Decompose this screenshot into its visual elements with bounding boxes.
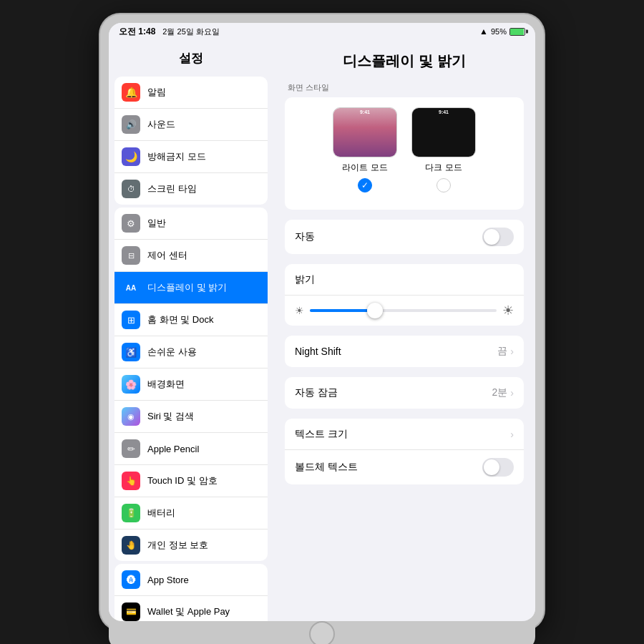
auto-toggle[interactable] (482, 228, 514, 246)
pencil-icon: ✏ (122, 439, 140, 458)
sidebar-item-wallet[interactable]: 💳 Wallet 및 Apple Pay (114, 596, 268, 621)
dark-mode-label: 다크 모드 (425, 162, 462, 174)
bold-text-row: 볼드체 텍스트 (285, 450, 524, 484)
sidebar-item-appstore[interactable]: 🅐 App Store (114, 564, 268, 596)
text-size-row[interactable]: 텍스트 크기 › (285, 419, 524, 450)
brightness-group: 밝기 ☀ ☀ (285, 264, 524, 326)
sidebar-item-accessibility[interactable]: ♿ 손쉬운 사용 (114, 336, 268, 369)
sidebar-item-label: 배경화면 (147, 378, 185, 391)
light-mode-preview: 9:41 (333, 107, 397, 157)
wallpaper-icon: 🌸 (122, 375, 140, 394)
siri-icon: ◉ (122, 407, 140, 426)
sidebar-item-screentime[interactable]: ⏱ 스크린 타임 (114, 173, 268, 205)
light-mode-check[interactable]: ✓ (358, 178, 372, 192)
main-title: 디스플레이 및 밝기 (285, 52, 524, 71)
dark-mode-preview: 9:41 (411, 107, 476, 157)
ipad-frame: 오전 1:48 2월 25일 화요일 ▲ 95% 설정 🔔 알림 (100, 14, 544, 630)
brightness-track[interactable] (310, 309, 497, 312)
battery-percent: 95% (491, 27, 507, 36)
dark-mode-check[interactable] (436, 178, 451, 192)
screen-style-group: 9:41 라이트 모드 ✓ 9:41 (285, 97, 524, 210)
general-icon: ⚙ (122, 214, 140, 233)
dark-mode-option[interactable]: 9:41 다크 모드 (411, 107, 476, 192)
brightness-label-row: 밝기 (285, 264, 524, 296)
sidebar-item-label: 일반 (147, 217, 166, 230)
battery-fill (510, 29, 524, 35)
night-shift-label: Night Shift (295, 346, 341, 357)
brightness-label: 밝기 (295, 273, 315, 286)
sidebar-item-home[interactable]: ⊞ 홈 화면 및 Dock (114, 304, 268, 336)
sidebar-item-label: 사운드 (147, 118, 175, 131)
sidebar-item-label: 방해금지 모드 (147, 150, 206, 163)
brightness-high-icon: ☀ (502, 303, 514, 318)
brightness-slider-row: ☀ ☀ (285, 296, 524, 326)
preview-time-dark: 9:41 (439, 109, 449, 114)
sidebar-item-label: Touch ID 및 암호 (147, 474, 218, 487)
night-shift-row[interactable]: Night Shift 끔 › (285, 336, 524, 367)
main-content: 디스플레이 및 밝기 화면 스타일 9:41 (273, 40, 535, 621)
auto-lock-row[interactable]: 자동 잠금 2분 › (285, 377, 524, 409)
light-mode-option[interactable]: 9:41 라이트 모드 ✓ (333, 107, 397, 192)
appstore-icon: 🅐 (122, 570, 140, 589)
sidebar-item-notifications[interactable]: 🔔 알림 (114, 77, 268, 109)
sidebar-item-siri[interactable]: ◉ Siri 및 검색 (114, 401, 268, 433)
sidebar-item-label: Apple Pencil (147, 444, 199, 454)
home-icon: ⊞ (122, 311, 140, 329)
accessibility-icon: ♿ (122, 343, 140, 361)
sidebar-item-label: Siri 및 검색 (147, 410, 194, 423)
sidebar-group-3: 🅐 App Store 💳 Wallet 및 Apple Pay (114, 564, 268, 621)
sidebar-item-dnd[interactable]: 🌙 방해금지 모드 (114, 141, 268, 173)
sidebar-item-sounds[interactable]: 🔊 사운드 (114, 109, 268, 141)
display-icon: AA (122, 278, 140, 297)
touchid-icon: 👆 (122, 472, 140, 490)
status-right: ▲ 95% (479, 26, 525, 36)
privacy-icon: 🤚 (122, 536, 140, 555)
dnd-icon: 🌙 (122, 147, 140, 166)
auto-lock-value: 2분 › (492, 386, 514, 399)
status-bar: 오전 1:48 2월 25일 화요일 ▲ 95% (109, 23, 535, 40)
night-shift-value: 끔 › (497, 345, 514, 358)
sidebar-item-label: App Store (147, 575, 189, 585)
sounds-icon: 🔊 (122, 115, 140, 134)
screen-style-container: 9:41 라이트 모드 ✓ 9:41 (296, 107, 512, 192)
sidebar-item-label: 디스플레이 및 밝기 (147, 281, 227, 294)
controlcenter-icon: ⊟ (122, 246, 140, 265)
sidebar-item-label: 스크린 타임 (147, 182, 197, 195)
auto-lock-group: 자동 잠금 2분 › (285, 377, 524, 409)
wifi-icon: ▲ (479, 26, 488, 36)
light-mode-label: 라이트 모드 (342, 162, 387, 174)
brightness-fill (310, 309, 375, 312)
sidebar-item-pencil[interactable]: ✏ Apple Pencil (114, 433, 268, 465)
night-shift-group: Night Shift 끔 › (285, 336, 524, 367)
content-area: 설정 🔔 알림 🔊 사운드 🌙 방해금지 모드 (109, 40, 535, 621)
text-size-value: › (510, 429, 514, 440)
status-date: 2월 25일 화요일 (162, 26, 219, 37)
auto-label: 자동 (295, 230, 315, 243)
sidebar-item-label: 알림 (147, 86, 166, 99)
brightness-thumb[interactable] (367, 303, 383, 318)
night-shift-chevron: › (510, 346, 514, 357)
preview-time-light: 9:41 (360, 109, 370, 114)
home-button[interactable] (309, 621, 335, 644)
sidebar-item-label: 손쉬운 사용 (147, 346, 197, 358)
sidebar-item-general[interactable]: ⚙ 일반 (114, 208, 268, 240)
sidebar-item-wallpaper[interactable]: 🌸 배경화면 (114, 369, 268, 401)
text-size-chevron: › (510, 429, 514, 440)
status-time: 오전 1:48 (119, 26, 155, 38)
auto-lock-chevron: › (510, 387, 514, 399)
notifications-icon: 🔔 (122, 83, 140, 102)
text-settings-group: 텍스트 크기 › 볼드체 텍스트 (285, 419, 524, 484)
bold-text-toggle[interactable] (482, 458, 514, 477)
auto-lock-label: 자동 잠금 (295, 386, 338, 399)
sidebar-title: 설정 (109, 46, 273, 74)
sidebar-item-privacy[interactable]: 🤚 개인 정보 보호 (114, 530, 268, 561)
sidebar-item-label: 배터리 (147, 507, 175, 519)
sidebar-group-2: ⚙ 일반 ⊟ 제어 센터 AA 디스플레이 및 밝기 ⊞ 홈 화면 및 Dock (114, 208, 268, 561)
sidebar-item-controlcenter[interactable]: ⊟ 제어 센터 (114, 240, 268, 272)
battery-icon (509, 28, 525, 36)
sidebar-item-display[interactable]: AA 디스플레이 및 밝기 (114, 272, 268, 304)
sidebar-item-label: 홈 화면 및 Dock (147, 313, 213, 326)
sidebar-item-touchid[interactable]: 👆 Touch ID 및 암호 (114, 465, 268, 497)
sidebar-item-label: 제어 센터 (147, 249, 187, 262)
sidebar-item-battery[interactable]: 🔋 배터리 (114, 497, 268, 530)
